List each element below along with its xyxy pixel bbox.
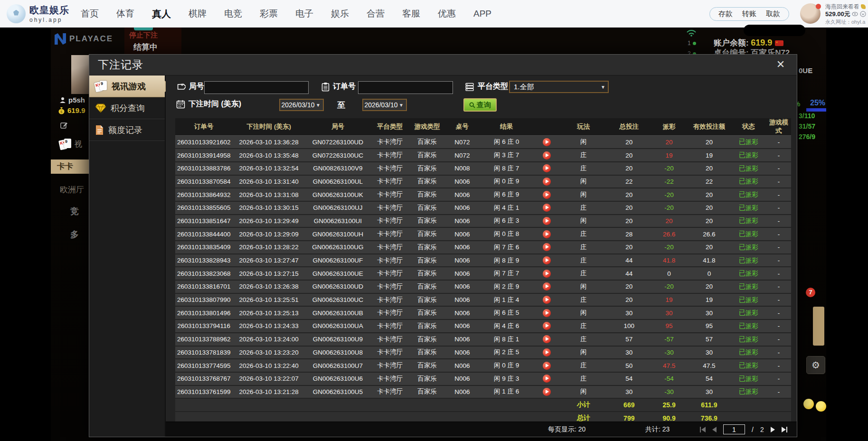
- cell-status: 已派彩: [731, 333, 766, 346]
- cell-payout: -54: [651, 372, 688, 385]
- play-icon[interactable]: [543, 388, 551, 396]
- round-input[interactable]: [204, 81, 309, 94]
- refresh-chevron-icon[interactable]: [860, 11, 866, 17]
- first-page-button[interactable]: [700, 427, 706, 432]
- side-vertical-banner[interactable]: [813, 307, 824, 346]
- cell-result: 闲 0 庄 9: [480, 175, 534, 188]
- subtotal-row-cell: 25.9: [651, 398, 688, 412]
- emoji-icon-2[interactable]: [816, 401, 826, 412]
- play-icon[interactable]: [543, 322, 551, 330]
- cell-payout: -20: [651, 188, 688, 201]
- subtotal-row-cell: [445, 398, 480, 412]
- modal-footer: 每页显示: 20 共计: 23 1 / 2: [166, 422, 797, 437]
- date-to-select[interactable]: 2026/03/10 ▼: [362, 99, 407, 111]
- seat-1: 1: [688, 40, 696, 47]
- sidebar-item-视讯游戏[interactable]: K♥9视讯游戏: [89, 75, 165, 97]
- table-row: 2603101337687672026-03-10 13:22:07GN0062…: [175, 372, 791, 385]
- nav-item-棋牌[interactable]: 棋牌: [189, 8, 207, 20]
- play-icon[interactable]: [543, 230, 551, 238]
- play-icon[interactable]: [543, 217, 551, 225]
- play-icon[interactable]: [543, 256, 551, 264]
- last-page-button[interactable]: [782, 427, 787, 432]
- wallet-button-存款[interactable]: 存款: [718, 9, 733, 19]
- nav-item-首页[interactable]: 首页: [81, 8, 99, 20]
- nav-item-优惠[interactable]: 优惠: [438, 8, 456, 20]
- next-page-button[interactable]: [771, 427, 775, 432]
- table-row: 2603101339216022026-03-10 13:36:28GN0722…: [175, 136, 791, 149]
- censor-pill: [744, 25, 805, 36]
- edit-icon[interactable]: [60, 122, 68, 129]
- gear-icon[interactable]: ⚙: [806, 356, 825, 374]
- cell-valid-bet: 26.6: [688, 227, 731, 241]
- play-icon[interactable]: [543, 151, 551, 160]
- play-icon[interactable]: [543, 296, 551, 304]
- play-icon[interactable]: [543, 335, 551, 343]
- cell-bet-type: 闲: [559, 188, 607, 201]
- play-icon[interactable]: [543, 362, 551, 370]
- sidebar-item-积分查询[interactable]: 积分查询: [89, 97, 165, 119]
- play-icon[interactable]: [543, 204, 551, 212]
- play-icon[interactable]: [543, 178, 551, 186]
- nav-item-APP[interactable]: APP: [473, 9, 491, 19]
- prev-page-button[interactable]: [712, 427, 717, 432]
- nav-item-电竞[interactable]: 电竞: [224, 8, 242, 20]
- play-icon[interactable]: [543, 282, 551, 291]
- cell-time: 2026-03-10 13:22:07: [233, 372, 305, 385]
- nav-item-真人[interactable]: 真人: [152, 8, 171, 20]
- user-avatar[interactable]: [800, 3, 821, 24]
- nav-item-合营[interactable]: 合营: [367, 8, 385, 20]
- cell-total-bet: 100: [607, 319, 651, 333]
- subtotal-row-cell: [409, 398, 445, 412]
- play-icon[interactable]: [543, 191, 551, 199]
- search-button[interactable]: 查询: [463, 98, 497, 112]
- emoji-icon-1[interactable]: [803, 399, 814, 409]
- cell-status: 已派彩: [731, 227, 766, 241]
- sidebar-item-额度记录[interactable]: 额度记录: [89, 119, 165, 141]
- order-input[interactable]: [358, 81, 453, 94]
- cell-valid-bet: 30: [688, 306, 731, 319]
- cell-game-type: 百家乐: [409, 227, 445, 241]
- hall-europe[interactable]: 欧洲厅: [60, 184, 84, 195]
- cell-result: 闲 1 庄 6: [480, 385, 534, 399]
- date-from-select[interactable]: 2026/03/10 ▼: [279, 99, 324, 111]
- play-icon[interactable]: [543, 270, 551, 278]
- vip-icon: [861, 4, 866, 9]
- play-icon[interactable]: [543, 243, 551, 251]
- soccer-ball-icon: [7, 4, 26, 23]
- play-icon[interactable]: [543, 138, 551, 146]
- eye-icon[interactable]: [852, 11, 858, 17]
- play-icon[interactable]: [543, 348, 551, 357]
- nav-item-体育[interactable]: 体育: [116, 8, 134, 20]
- cell-bet-type: 闲: [559, 136, 607, 149]
- cell-total-bet: 44: [607, 254, 651, 267]
- hall-jing[interactable]: 竞: [70, 206, 79, 217]
- wallet-button-转账[interactable]: 转账: [742, 9, 756, 19]
- cell-result: 闲 7 庄 7: [480, 267, 534, 280]
- cell-round: GN006263100U8: [305, 346, 370, 359]
- close-icon[interactable]: ✕: [774, 58, 787, 71]
- cell-game-type: 百家乐: [409, 241, 445, 254]
- hall-kaka[interactable]: 卡卡: [51, 160, 89, 174]
- nav-item-电子[interactable]: 电子: [295, 8, 313, 20]
- settling-status: 结算中: [133, 42, 158, 53]
- modal-titlebar: 下注记录 ✕: [89, 55, 797, 75]
- cell-order: 260310133816701: [175, 280, 233, 293]
- cell-round: GN006263100UA: [305, 319, 370, 333]
- cell-status: 已派彩: [731, 267, 766, 280]
- nav-item-彩票[interactable]: 彩票: [260, 8, 278, 20]
- wallet-button-取款[interactable]: 取款: [766, 9, 780, 19]
- play-icon[interactable]: [543, 375, 551, 383]
- cell-order: 260310133781839: [175, 346, 233, 359]
- calendar-icon: [176, 100, 185, 109]
- platform-select[interactable]: 1.全部 ▼: [509, 81, 609, 93]
- site-logo[interactable]: 欧皇娱乐 ohyl.app: [7, 4, 69, 23]
- nav-item-客服[interactable]: 客服: [402, 8, 420, 20]
- hall-duo[interactable]: 多: [70, 229, 79, 240]
- play-icon[interactable]: [543, 164, 551, 172]
- current-page-input[interactable]: 1: [723, 424, 745, 434]
- timer-tab: [134, 28, 153, 30]
- cell-bet-type: 庄: [559, 333, 607, 346]
- nav-item-娱乐[interactable]: 娱乐: [331, 8, 349, 20]
- play-icon[interactable]: [543, 309, 551, 317]
- cell-replay: [534, 372, 559, 385]
